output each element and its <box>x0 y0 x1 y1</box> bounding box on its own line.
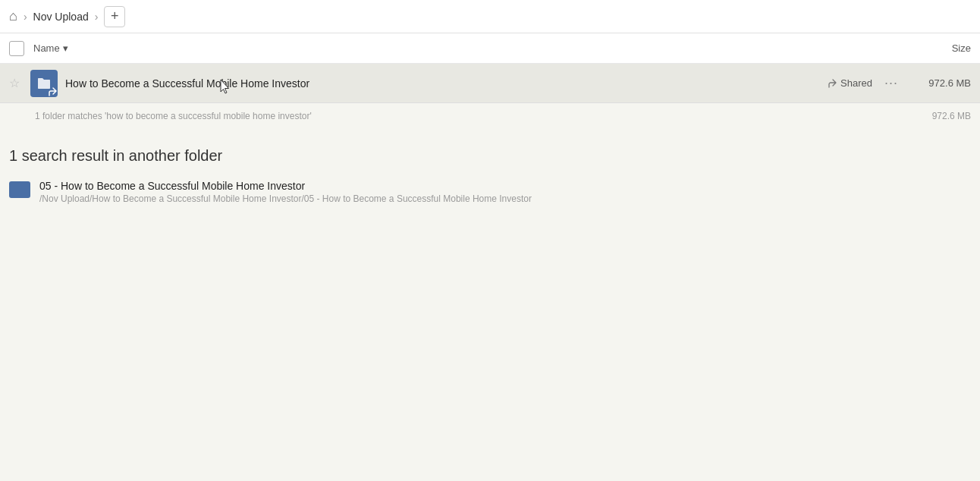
folder-result-info: 05 - How to Become a Successful Mobile H… <box>39 180 532 204</box>
breadcrumb-separator: › <box>24 11 27 23</box>
file-row[interactable]: ☆ How to Become a Successful Mobile Home… <box>0 64 980 103</box>
other-folder-heading: 1 search result in another folder <box>9 147 971 165</box>
file-size: 972.6 MB <box>910 77 971 89</box>
folder-result-path: /Nov Upload/How to Become a Successful M… <box>39 193 532 204</box>
match-count-size: 972.6 MB <box>932 111 971 121</box>
file-name[interactable]: How to Become a Successful Mobile Home I… <box>65 77 827 90</box>
add-button[interactable]: + <box>104 6 125 27</box>
match-count-text: 1 folder matches 'how to become a succes… <box>35 111 312 121</box>
folder-shared-icon <box>30 70 58 97</box>
breadcrumb-folder[interactable]: Nov Upload <box>33 11 89 23</box>
folder-result-name[interactable]: 05 - How to Become a Successful Mobile H… <box>39 180 532 192</box>
other-folder-section: 1 search result in another folder 05 - H… <box>0 129 980 216</box>
breadcrumb-separator-2: › <box>95 11 99 23</box>
select-all-checkbox[interactable] <box>9 41 24 56</box>
link-icon <box>827 78 837 89</box>
size-column-header: Size <box>952 42 971 54</box>
star-icon[interactable]: ☆ <box>9 76 27 90</box>
shared-indicator: Shared <box>827 77 872 89</box>
folder-result-row[interactable]: 05 - How to Become a Successful Mobile H… <box>9 177 971 207</box>
home-icon[interactable]: ⌂ <box>9 8 17 24</box>
match-count-row: 1 folder matches 'how to become a succes… <box>0 103 980 129</box>
column-header: Name ▾ Size <box>0 33 980 64</box>
more-options-button[interactable]: ··· <box>884 75 898 91</box>
topbar: ⌂ › Nov Upload › + <box>0 0 980 33</box>
folder-icon <box>9 181 30 198</box>
empty-area <box>0 216 980 444</box>
name-column-header[interactable]: Name ▾ <box>33 42 68 54</box>
